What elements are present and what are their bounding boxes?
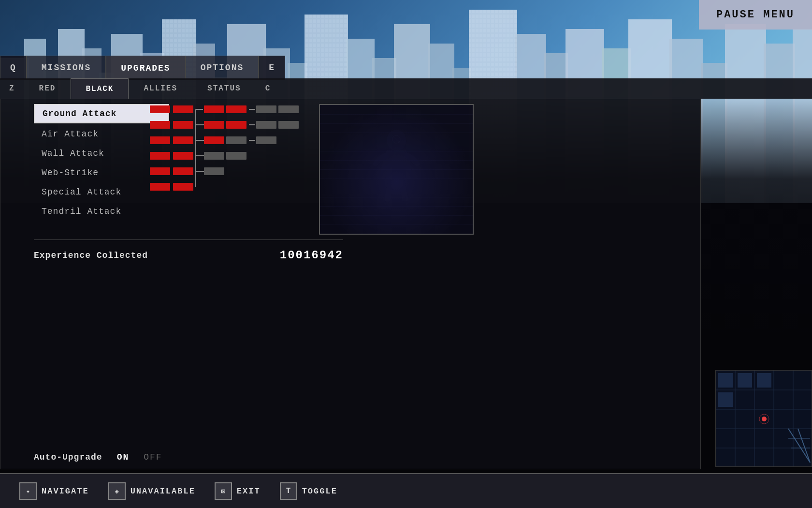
auto-upgrade-off[interactable]: OFF [144, 452, 162, 462]
svg-rect-73 [150, 183, 170, 191]
svg-rect-68 [150, 167, 170, 175]
experience-label: Experience Collected [34, 251, 148, 260]
svg-rect-52 [278, 121, 299, 129]
svg-rect-90 [757, 373, 771, 388]
svg-point-75 [387, 130, 406, 151]
svg-rect-66 [226, 152, 246, 160]
svg-rect-35 [150, 105, 170, 113]
tab-options[interactable]: OPTIONS [186, 56, 259, 80]
character-silhouette [367, 126, 425, 213]
svg-rect-89 [738, 373, 752, 388]
skill-ground-attack[interactable]: Ground Attack [34, 104, 169, 123]
svg-rect-55 [173, 136, 193, 144]
top-navigation: Q MISSIONS UPGRADES OPTIONS E [0, 56, 812, 80]
info-panel-inner [320, 105, 473, 234]
action-navigate[interactable]: ✦ NAVIGATE [19, 482, 89, 500]
exit-label: EXIT [237, 487, 261, 496]
experience-row: Experience Collected 10016942 [34, 239, 343, 262]
tab-e[interactable]: E [259, 56, 285, 80]
svg-rect-88 [718, 373, 733, 388]
svg-rect-63 [173, 152, 193, 160]
svg-rect-36 [173, 105, 193, 113]
navigate-icon: ✦ [19, 482, 37, 500]
svg-rect-45 [150, 121, 170, 129]
svg-rect-62 [150, 152, 170, 160]
tab-q[interactable]: Q [0, 56, 27, 80]
skill-tendril-attack[interactable]: Tendril Attack [34, 203, 169, 220]
skill-special-attack[interactable]: Special Attack [34, 183, 169, 201]
toggle-icon: T [280, 482, 297, 500]
svg-rect-46 [173, 121, 193, 129]
svg-rect-74 [173, 183, 193, 191]
tab-upgrades[interactable]: UPGRADES [106, 56, 185, 80]
auto-upgrade-row: Auto-Upgrade ON OFF [34, 452, 162, 462]
svg-rect-49 [226, 121, 246, 129]
svg-rect-39 [226, 105, 246, 113]
svg-point-96 [762, 417, 767, 421]
action-unavailable[interactable]: ◈ UNAVAILABLE [108, 482, 195, 500]
toggle-label: TOGGLE [302, 487, 337, 496]
svg-rect-71 [204, 167, 224, 175]
tab-red[interactable]: RED [24, 78, 71, 99]
svg-rect-57 [204, 136, 224, 144]
tab-allies[interactable]: ALLIES [129, 78, 192, 99]
minimap [715, 370, 812, 467]
skill-air-attack[interactable]: Air Attack [34, 125, 169, 143]
svg-rect-41 [256, 105, 276, 113]
action-exit[interactable]: ⊠ EXIT [215, 482, 261, 500]
unavailable-icon: ◈ [108, 482, 126, 500]
svg-rect-60 [256, 136, 276, 144]
bottom-action-bar: ✦ NAVIGATE ◈ UNAVAILABLE ⊠ EXIT T TOGGLE [0, 473, 812, 508]
info-panel [319, 104, 474, 235]
svg-rect-51 [256, 121, 276, 129]
svg-rect-54 [150, 136, 170, 144]
second-navigation: Z RED BLACK ALLIES STATUS C [0, 78, 812, 99]
skill-wall-attack[interactable]: Wall Attack [34, 145, 169, 162]
upgrade-tree [150, 102, 314, 213]
tab-status[interactable]: STATUS [192, 78, 256, 99]
tab-missions[interactable]: MISSIONS [27, 56, 106, 80]
svg-rect-38 [204, 105, 224, 113]
unavailable-label: UNAVAILABLE [130, 487, 195, 496]
auto-upgrade-label: Auto-Upgrade [34, 452, 102, 462]
exit-icon: ⊠ [215, 482, 232, 500]
experience-value: 10016942 [280, 249, 343, 262]
skill-web-strike[interactable]: Web-Strike [34, 164, 169, 181]
navigate-label: NAVIGATE [42, 487, 89, 496]
svg-rect-91 [718, 392, 733, 407]
ui-layer: PAUSE MENU Q MISSIONS UPGRADES OPTIONS E… [0, 0, 812, 508]
svg-rect-42 [278, 105, 299, 113]
minimap-svg [716, 371, 812, 467]
svg-rect-65 [204, 152, 224, 160]
pause-menu-title: PAUSE MENU [699, 0, 812, 30]
svg-rect-58 [226, 136, 246, 144]
tab-c[interactable]: C [256, 78, 280, 99]
tab-z[interactable]: Z [0, 78, 24, 99]
svg-rect-48 [204, 121, 224, 129]
action-toggle[interactable]: T TOGGLE [280, 482, 337, 500]
skill-list: Ground Attack Air Attack Wall Attack Web… [34, 104, 169, 222]
svg-rect-69 [173, 167, 193, 175]
auto-upgrade-on[interactable]: ON [117, 452, 130, 462]
tab-black[interactable]: BLACK [71, 78, 129, 99]
minimap-inner [716, 371, 812, 466]
